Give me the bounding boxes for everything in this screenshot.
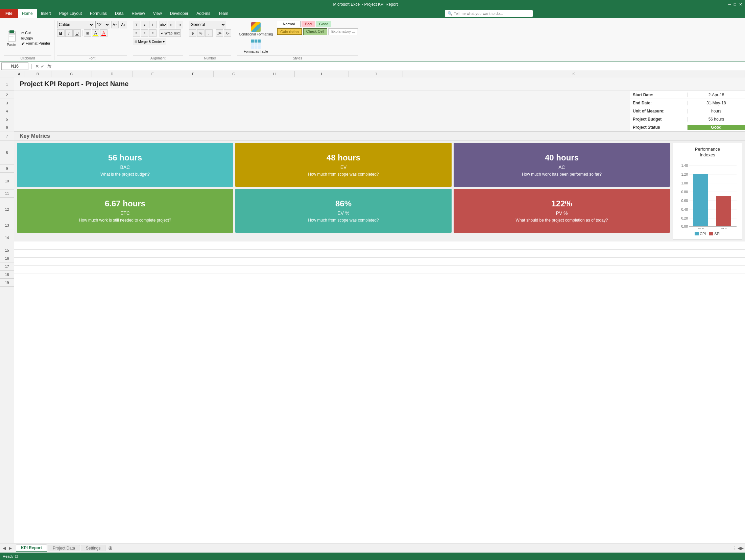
align-bottom-btn[interactable]: ⊥ [149, 21, 157, 28]
wrap-text-btn[interactable]: ↵ Wrap Text [160, 29, 181, 37]
cancel-icon[interactable]: ✕ [35, 63, 39, 69]
row-header-8: 8 [0, 141, 14, 164]
row-19[interactable] [14, 274, 745, 282]
row-headers: 1 2 3 4 5 6 7 8 9 10 11 12 13 14 15 16 1… [0, 77, 14, 543]
menu-item-view[interactable]: View [149, 9, 166, 18]
menu-item-page-layout[interactable]: Page Layout [55, 9, 86, 18]
row-header-6: 6 [0, 123, 14, 131]
ready-status: Ready [3, 554, 14, 558]
menu-item-insert[interactable]: Insert [37, 9, 55, 18]
metric-ev-pct-label: EV % [337, 210, 349, 216]
indent-increase-btn[interactable]: ⇥ [176, 21, 183, 28]
cells-area[interactable]: Project KPI Report - Project Name Start … [14, 77, 745, 543]
menu-item-data[interactable]: Data [111, 9, 127, 18]
horizontal-scroll-icon[interactable]: ◀▶ [738, 546, 744, 551]
increase-font-btn[interactable]: A↑ [111, 21, 119, 28]
metric-etc: 6.67 hours ETC How much work is still ne… [17, 189, 233, 233]
start-date-label: Start Date: [630, 93, 688, 97]
svg-text:1.00: 1.00 [681, 181, 688, 185]
tab-kpi-report[interactable]: KPI Report [16, 544, 47, 552]
tab-settings[interactable]: Settings [81, 545, 105, 551]
svg-text:CPI: CPI [698, 227, 704, 229]
tab-project-data[interactable]: Project Data [48, 545, 80, 551]
file-menu-btn[interactable]: File [0, 9, 18, 18]
conditional-formatting-btn[interactable]: Conditional Formatting [237, 21, 275, 37]
minimize-btn[interactable]: ─ [728, 2, 731, 7]
start-date-value: 2-Apr-18 [688, 93, 745, 97]
alignment-group-label: Alignment [133, 55, 183, 60]
metric-ev-label: EV [340, 164, 347, 170]
menu-item-review[interactable]: Review [127, 9, 149, 18]
menu-bar: File Home Insert Page Layout Formulas Da… [0, 9, 745, 18]
copy-button[interactable]: ⎘ Copy [20, 36, 51, 41]
style-bad-btn[interactable]: Bad [302, 21, 315, 27]
align-top-btn[interactable]: ⊤ [133, 21, 140, 28]
format-painter-button[interactable]: 🖌 Format Painter [20, 41, 51, 46]
col-header-f: F [173, 71, 214, 77]
format-as-table-btn[interactable]: Format as Table [237, 38, 275, 55]
name-box[interactable] [1, 62, 28, 70]
style-normal-btn[interactable]: Normal [277, 21, 301, 27]
number-format-select[interactable]: General [189, 21, 226, 28]
style-explanatory-btn[interactable]: Explanatory ... [328, 28, 358, 35]
formula-input[interactable] [54, 62, 744, 70]
fill-color-button[interactable]: A [92, 29, 99, 37]
svg-text:0.80: 0.80 [681, 190, 688, 194]
row-header-3: 3 [0, 99, 14, 107]
scroll-left-icon[interactable]: ◀ [1, 546, 7, 551]
increase-decimal-btn[interactable]: .0+ [216, 29, 223, 37]
scroll-right-icon[interactable]: ▶ [7, 546, 13, 551]
budget-value: 56 hours [688, 117, 745, 122]
percent-btn[interactable]: % [197, 29, 205, 37]
style-check-cell-btn[interactable]: Check Cell [303, 28, 327, 35]
font-color-button[interactable]: A [100, 29, 107, 37]
paste-button[interactable]: Paste [4, 26, 19, 48]
comma-btn[interactable]: , [205, 29, 213, 37]
title-bar: Microsoft Excel - Project KPI Report ─ □… [0, 0, 745, 9]
cut-button[interactable]: ✂ ✂ Cut Cut [20, 30, 51, 35]
decrease-decimal-btn[interactable]: .0- [224, 29, 231, 37]
align-right-btn[interactable]: ≡ [149, 29, 157, 37]
metric-ac-desc: How much work has been performed so far? [522, 172, 602, 177]
row-header-16: 16 [0, 254, 14, 262]
align-left-btn[interactable]: ≡ [133, 29, 140, 37]
menu-item-formulas[interactable]: Formulas [86, 9, 111, 18]
merge-center-btn[interactable]: ⊞ Merge & Center ▾ [133, 38, 166, 45]
search-input[interactable] [454, 11, 530, 16]
search-icon: 🔍 [448, 11, 453, 16]
indent-decrease-btn[interactable]: ⇤ [168, 21, 175, 28]
align-middle-btn[interactable]: ≡ [141, 21, 148, 28]
scroll-tabs-right-icon[interactable]: ⋮ [732, 546, 736, 551]
align-center-btn[interactable]: ≡ [141, 29, 148, 37]
svg-text:0.40: 0.40 [681, 208, 688, 211]
row-16[interactable] [14, 250, 745, 258]
style-calculation-btn[interactable]: Calculation [277, 28, 302, 35]
budget-row: Project Budget 56 hours [630, 115, 745, 123]
menu-item-team[interactable]: Team [214, 9, 232, 18]
function-icon[interactable]: fx [47, 63, 51, 69]
row-17[interactable] [14, 258, 745, 266]
menu-item-developer[interactable]: Developer [166, 9, 193, 18]
row-header-11: 11 [0, 189, 14, 198]
close-btn[interactable]: ✕ [739, 2, 742, 7]
text-orientation-btn[interactable]: ab↗ [160, 21, 167, 28]
font-size-select[interactable]: 12 [95, 21, 110, 28]
decrease-font-btn[interactable]: A↓ [120, 21, 127, 28]
style-good-btn[interactable]: Good [316, 21, 331, 27]
styles-group: Conditional Formatting Format as Table [234, 20, 361, 60]
bold-button[interactable]: B [57, 29, 65, 37]
currency-btn[interactable]: $ [189, 29, 196, 37]
border-button[interactable]: ⊞ [84, 29, 91, 37]
underline-button[interactable]: U [73, 29, 81, 37]
add-sheet-btn[interactable]: ⊕ [106, 545, 115, 551]
row-18[interactable] [14, 266, 745, 274]
restore-btn[interactable]: □ [734, 2, 736, 7]
menu-item-home[interactable]: Home [18, 9, 37, 18]
col-header-k: K [403, 71, 745, 77]
row-15[interactable] [14, 241, 745, 250]
italic-button[interactable]: I [65, 29, 73, 37]
svg-text:0.60: 0.60 [681, 199, 688, 203]
font-family-select[interactable]: Calibri [57, 21, 94, 28]
confirm-icon[interactable]: ✓ [41, 63, 45, 69]
menu-item-addins[interactable]: Add-ins [192, 9, 214, 18]
